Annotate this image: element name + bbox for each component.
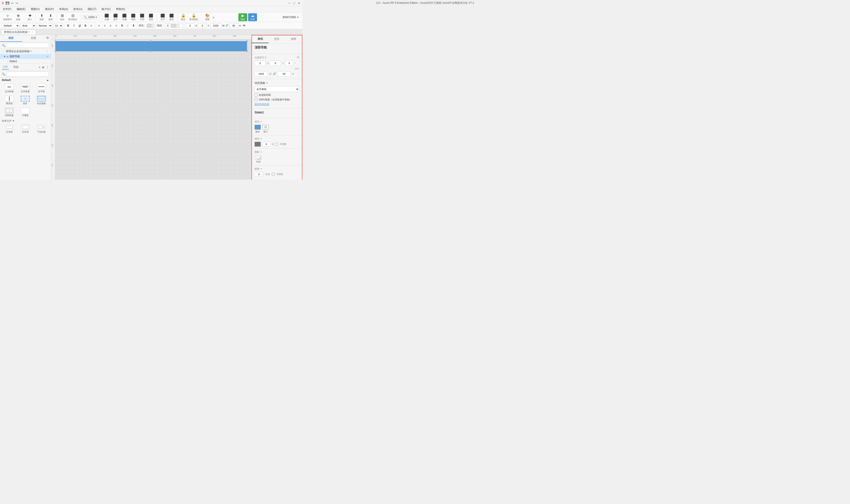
h-size-input[interactable] (277, 71, 291, 76)
preview-btn[interactable]: ▶ 预览 (238, 13, 247, 21)
valign-top-btn[interactable]: ⬆ (120, 23, 124, 28)
component-textarea[interactable]: 文本域 (18, 123, 33, 134)
menu-account[interactable]: 账户(C) (101, 7, 111, 12)
handle-bl[interactable] (55, 51, 56, 52)
rotate-input[interactable] (285, 60, 293, 66)
page-menu-icon[interactable]: ⋮ (46, 50, 49, 53)
redo-icon[interactable]: ↪ (16, 1, 18, 5)
y-pos-input[interactable] (270, 60, 281, 66)
tab-pages[interactable]: 页面 (22, 35, 45, 42)
fill-color-btn[interactable] (255, 125, 261, 130)
stroke-color-btn[interactable] (255, 142, 261, 147)
scroll-select[interactable]: 从不滚动 自动滚动 垂直滚动 水平滚动 (255, 86, 299, 92)
canvas-area[interactable]: 0 100 200 300 400 500 600 700 800 900 10… (51, 35, 251, 180)
shadow-outer-btn[interactable]: 外部 (255, 155, 262, 163)
adaptive-content-checkbox[interactable] (255, 93, 257, 96)
italic-btn[interactable]: I (71, 23, 76, 28)
w-size-input[interactable] (255, 71, 268, 76)
tab-close-btn[interactable]: × (32, 31, 33, 33)
close-btn[interactable]: ✕ (297, 2, 300, 5)
select-mode-btn[interactable]: ⊹ 选择模式 (2, 13, 13, 21)
component-text-label[interactable]: abc 文本标签 (2, 83, 17, 94)
align-middle-btn[interactable]: ⬛ 中部 (138, 13, 146, 21)
menu-layout[interactable]: 布局(A) (58, 7, 69, 12)
menu-project[interactable]: 项目(P) (44, 7, 55, 12)
align-center-btn[interactable]: ⬛ 居中 (111, 13, 120, 21)
component-dynamic-panel[interactable]: 动态面板 (34, 95, 49, 106)
maximize-btn[interactable]: □ (293, 2, 296, 5)
section-collapse-icon[interactable]: ▲ (47, 79, 49, 82)
w-input[interactable] (210, 23, 221, 28)
tab-outline[interactable]: 概要 (0, 35, 22, 42)
menu-file[interactable]: 文件(F) (2, 7, 12, 12)
stroke-color-box[interactable] (171, 24, 176, 28)
save-icon[interactable]: 💾 (5, 1, 9, 5)
zoom-control[interactable]: 🔍 100% ▼ (82, 15, 99, 19)
align-center-text-btn[interactable]: ≡ (102, 23, 107, 28)
ungroup-btn[interactable]: ⊟ 取消组合 (67, 13, 79, 21)
lock-btn[interactable]: 🔒 锁定 (179, 13, 187, 21)
align-right-btn[interactable]: ⬛ 右侧 (120, 13, 128, 21)
position-eye-icon[interactable]: 👁 (297, 56, 299, 59)
corner-radius-input[interactable] (255, 172, 263, 177)
x-coord-input[interactable] (186, 23, 194, 28)
align-left-text-btn[interactable]: ≡ (97, 23, 101, 28)
component-h-line[interactable]: 水平线 (34, 83, 49, 94)
bottom-layer-btn[interactable]: ⬇ 底层 (47, 13, 54, 21)
stroke-value-input[interactable] (262, 142, 270, 147)
stroke-color-box2[interactable] (177, 24, 178, 28)
style-select[interactable]: Default (2, 23, 19, 28)
handle-bm[interactable] (151, 51, 152, 52)
valign-bot-btn[interactable]: ⬇ (131, 23, 136, 28)
eye-icon[interactable]: 👁 (243, 24, 246, 28)
handle-tl[interactable] (55, 40, 56, 42)
top-layer-btn[interactable]: ⬆ 顶层 (38, 13, 46, 21)
minimize-btn[interactable]: ─ (288, 2, 291, 5)
lock-ratio-icon[interactable]: 🔗 (225, 24, 228, 27)
handle-tr[interactable] (246, 40, 248, 42)
component-inline-frame[interactable]: ⊟ 内联框架 (2, 107, 17, 118)
fill-color-box2[interactable] (152, 24, 154, 28)
distribute-h-btn[interactable]: ⬛ 水平 (159, 13, 167, 21)
h-input[interactable] (229, 23, 238, 28)
menu-help[interactable]: 帮助(H) (115, 7, 126, 12)
tab-interaction[interactable]: 交互 (268, 35, 285, 43)
align-top-btn[interactable]: ⬛ 顶部 (129, 13, 137, 21)
component-hotzone[interactable]: ⊡ 热区 (18, 95, 33, 106)
tab-masters[interactable]: 母版 (12, 65, 19, 69)
valign-mid-btn[interactable]: ↕ (125, 23, 130, 28)
tab-components[interactable]: 元件 (2, 65, 9, 70)
distribute-v-btn[interactable]: ⬛ 垂直 (168, 13, 175, 21)
stroke-style-box[interactable] (179, 24, 183, 28)
fill-color-box[interactable] (147, 24, 151, 28)
group-btn[interactable]: ⊞ 组合 (58, 13, 66, 21)
blue-banner-element[interactable] (55, 41, 247, 51)
tab-note[interactable]: 说明 (285, 35, 302, 43)
user-btn[interactable]: 805872865 ▼ (281, 16, 300, 19)
component-menu-icon[interactable]: ⋮ (46, 66, 49, 69)
nav-eye-icon[interactable]: 👁 (46, 55, 49, 58)
handle-tm[interactable] (151, 40, 152, 42)
component-text-para[interactable]: 文本段落 (18, 83, 33, 94)
menu-view[interactable]: 视图(V) (30, 7, 40, 12)
component-dropdown[interactable]: ▼ 下拉列表 (34, 123, 49, 134)
outline-search-input[interactable] (6, 43, 49, 48)
add-component-icon[interactable]: + (39, 66, 40, 69)
pin-browser-link[interactable]: 固定到浏览器 (255, 103, 299, 106)
x-pos-input[interactable] (255, 60, 266, 66)
y-coord-input[interactable] (198, 23, 207, 28)
fill-image-btn[interactable]: 🖼 (262, 125, 269, 130)
stroke-value-input[interactable] (165, 23, 171, 28)
lock-ratio-btn[interactable]: 🔗 (273, 72, 276, 75)
undo-icon[interactable]: ↩ (11, 1, 14, 5)
menu-team[interactable]: 团队(T) (87, 7, 97, 12)
toolbar-more[interactable]: » (213, 16, 214, 19)
tab-style[interactable]: 样式 (252, 35, 268, 43)
align-left-btn[interactable]: ⬛ 左侧 (103, 13, 111, 21)
size-select[interactable]: 13 (53, 23, 63, 28)
active-tab[interactable]: 管理后台自适应框架一 × (1, 30, 36, 35)
full-width-checkbox[interactable] (255, 98, 257, 101)
weight-select[interactable]: Normal (37, 23, 52, 28)
align-bottom-btn[interactable]: ⬛ 底部 (147, 13, 155, 21)
share-btn[interactable]: ☁ 共享 (248, 13, 257, 21)
